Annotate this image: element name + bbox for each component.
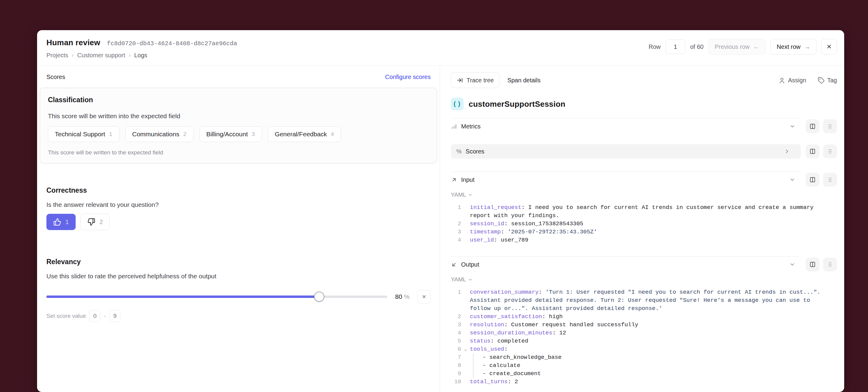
bar-chart-icon (451, 123, 457, 130)
row-number-input[interactable] (665, 39, 685, 54)
slider-value-number: 80 (395, 293, 402, 300)
drag-handle-button[interactable] (823, 145, 837, 158)
tag-icon (818, 77, 825, 84)
code-text: session_duration_minutes: 12 (470, 329, 837, 337)
chevron-down-icon[interactable] (789, 123, 795, 129)
classification-option-1[interactable]: Technical Support1 (48, 126, 119, 142)
relevancy-section: Relevancy Use this slider to rate the pe… (46, 258, 431, 322)
code-text: customer_satisfaction: high (470, 313, 837, 321)
code-text: status: completed (470, 337, 837, 345)
chevron-right-icon[interactable] (784, 148, 790, 154)
split-view-button[interactable] (806, 119, 819, 133)
input-section: Input (451, 172, 837, 187)
chevron-down-icon (468, 193, 472, 197)
score-range-hint: Set score value 0 - 9 (46, 310, 431, 322)
classification-title: Classification (48, 96, 429, 104)
input-code-editor[interactable]: 1initial_request: I need you to search f… (451, 204, 837, 244)
code-text: conversation_summary: 'Turn 1: User requ… (470, 288, 837, 313)
breadcrumb-projects[interactable]: Projects (46, 52, 68, 59)
thumbs-down-button[interactable]: 2 (81, 214, 110, 230)
scores-row[interactable]: % Scores (451, 144, 801, 159)
arrow-right-icon: → (804, 43, 810, 50)
split-view-button[interactable] (806, 173, 819, 187)
next-row-label: Next row (777, 43, 801, 50)
line-number: 2 (451, 220, 461, 228)
page-title: Human review (46, 38, 100, 47)
drag-handle-button[interactable] (823, 258, 837, 271)
fold-gutter (461, 337, 470, 345)
output-format-selector[interactable]: YAML (451, 276, 472, 283)
row-label: Row (649, 43, 661, 50)
span-name: customerSupportSession (469, 99, 565, 109)
trace-tree-button[interactable]: Trace tree (451, 72, 499, 88)
code-line: 4user_id: user_789 (451, 236, 837, 244)
classification-option-3[interactable]: Billing/Account3 (199, 126, 262, 142)
assign-button[interactable]: Assign (778, 77, 806, 84)
function-badge: () (451, 98, 464, 110)
option-shortcut: 3 (252, 131, 255, 138)
code-line: 5status: completed (451, 337, 837, 345)
fold-gutter (461, 321, 470, 329)
code-line: 2customer_satisfaction: high (451, 313, 837, 321)
drag-handle-button[interactable] (823, 119, 837, 133)
close-icon: ✕ (827, 43, 832, 50)
configure-scores-link[interactable]: Configure scores (385, 73, 431, 81)
format-label: YAML (451, 276, 466, 283)
metrics-row[interactable]: Metrics (451, 119, 801, 134)
tag-button[interactable]: Tag (818, 77, 837, 84)
arrow-right-to-line-icon (457, 77, 463, 84)
metrics-section: Metrics (451, 118, 837, 134)
drag-handle-button[interactable] (823, 173, 837, 187)
correctness-question: Is the answer relevant to your question? (46, 201, 431, 208)
slider-thumb[interactable] (314, 292, 324, 302)
classification-option-2[interactable]: Communications2 (125, 126, 193, 142)
input-row[interactable]: Input (451, 172, 801, 187)
code-text: user_id: user_789 (470, 236, 837, 244)
code-line: 6⌄tools_used: (451, 345, 837, 353)
thumbs-up-button[interactable]: 1 (46, 214, 76, 230)
clear-score-button[interactable]: ✕ (417, 290, 431, 303)
classification-option-4[interactable]: General/Feedback4 (268, 126, 341, 142)
trace-id: fc8d0720-db43-4624-8408-d8c27ae96cda (107, 40, 237, 47)
chevron-down-icon[interactable] (789, 177, 795, 183)
classification-card: Classification This score will be writte… (40, 88, 437, 163)
input-format-selector[interactable]: YAML (451, 191, 472, 198)
percent-icon: % (456, 148, 462, 155)
arrow-down-left-icon (451, 262, 457, 268)
breadcrumb-project[interactable]: Customer support (77, 52, 125, 59)
line-number: 9 (451, 370, 461, 378)
code-text: - create_document (473, 370, 837, 378)
output-code-editor[interactable]: 1conversation_summary: 'Turn 1: User req… (451, 288, 837, 386)
fold-gutter (461, 353, 470, 362)
close-button[interactable]: ✕ (821, 39, 837, 55)
split-view-button[interactable] (806, 145, 819, 158)
trace-tree-label: Trace tree (467, 77, 494, 84)
chevron-down-icon (468, 277, 472, 282)
option-shortcut: 4 (331, 131, 334, 138)
fold-gutter (461, 228, 470, 236)
chevron-down-icon[interactable] (789, 262, 795, 268)
option-label: Communications (132, 130, 179, 138)
scores-panel: Scores Configure scores Classification T… (37, 66, 440, 392)
line-number: 5 (451, 337, 461, 345)
thumbs-down-icon (87, 218, 95, 226)
code-line: 1initial_request: I need you to search f… (451, 204, 837, 220)
previous-row-label: Previous row (715, 43, 749, 50)
code-text: session_id: session_1753828543305 (470, 220, 837, 228)
grip-vertical-icon (827, 123, 833, 130)
next-row-button[interactable]: Next row → (770, 39, 816, 55)
fold-gutter (461, 288, 470, 313)
fold-chevron-icon[interactable]: ⌄ (461, 345, 470, 353)
relevancy-title: Relevancy (46, 258, 431, 266)
tab-span-details[interactable]: Span details (507, 77, 540, 84)
code-line: 1conversation_summary: 'Turn 1: User req… (451, 288, 837, 313)
fold-gutter (461, 329, 470, 337)
split-view-button[interactable] (806, 258, 819, 271)
previous-row-button[interactable]: Previous row ← (708, 39, 766, 55)
code-line: 7- search_knowledge_base (451, 353, 837, 362)
relevancy-slider[interactable] (46, 296, 387, 298)
output-row[interactable]: Output (451, 257, 801, 272)
range-max-badge: 9 (110, 310, 120, 322)
breadcrumb-separator: › (72, 52, 73, 59)
breadcrumb-logs[interactable]: Logs (134, 52, 147, 59)
